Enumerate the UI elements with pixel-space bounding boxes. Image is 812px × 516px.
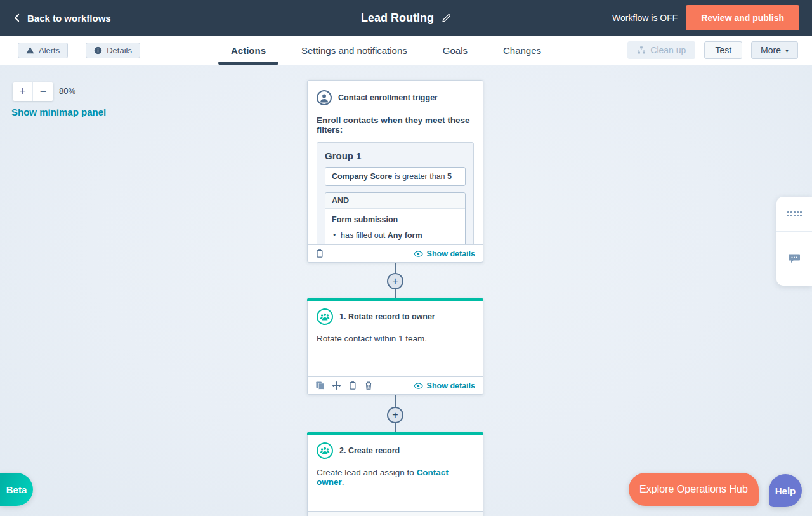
and-filter-body: Form submission has filled out Any form … [325,209,465,244]
action-card-rotate-record[interactable]: 1. Rotate record to owner Rotate contact… [307,298,483,395]
action-show-details-link[interactable]: Show details [414,381,475,390]
zoom-out-button[interactable]: − [33,82,53,101]
toolbar-left: Alerts Details [18,36,140,65]
and-label: AND [325,193,465,209]
help-button[interactable]: Help [769,474,802,507]
description-prefix: Create lead and assign to [317,468,414,477]
header-right: Workflow is OFF Review and publish [612,0,799,36]
action-card-content: 1. Rotate record to owner Rotate contact… [308,301,483,343]
action-title: 1. Rotate record to owner [339,312,435,321]
filter-page-value: Any page [398,242,433,244]
zoom-in-button[interactable]: + [13,82,33,101]
more-label: More [761,45,781,55]
tab-actions[interactable]: Actions [218,36,278,65]
trigger-footer-icons [315,249,324,258]
review-and-publish-button[interactable]: Review and publish [686,5,799,30]
top-header: Back to workflows Lead Routing Workflow … [0,0,812,36]
eye-icon [414,382,423,390]
trigger-card-content: Contact enrollment trigger Enroll contac… [308,81,483,244]
test-button[interactable]: Test [704,41,742,59]
show-minimap-link[interactable]: Show minimap panel [11,107,106,117]
clean-up-label: Clean up [650,45,686,55]
filter-group-label: Group 1 [325,150,466,161]
details-label: Details [107,46,132,55]
add-action-button[interactable]: + [387,273,403,289]
comments-button[interactable] [776,232,812,285]
tab-bar: Actions Settings and notifications Goals… [218,36,554,65]
zoom-level: 80% [59,86,75,96]
action-description: Create lead and assign to Contact owner. [317,468,474,487]
trigger-title: Contact enrollment trigger [338,93,438,102]
action-card-header: 1. Rotate record to owner [317,308,474,325]
workflow-editor: Back to workflows Lead Routing Workflow … [0,0,812,516]
filter-on: on [387,242,396,244]
edit-pencil-icon[interactable] [442,13,451,23]
beta-badge[interactable]: Beta [0,473,33,506]
and-filter-block[interactable]: AND Form submission has filled out Any f… [325,192,466,244]
filter-condition: has filled out Any form submission on An… [341,230,459,244]
tab-settings-and-notifications[interactable]: Settings and notifications [289,36,420,65]
filter-prefix: has filled out [341,231,385,240]
trigger-subtitle: Enroll contacts when they meet these fil… [317,116,474,135]
delete-icon[interactable] [364,381,373,390]
action-title: 2. Create record [339,446,400,455]
filter-row[interactable]: Company Score is greater than 5 [325,167,466,186]
action-card-footer: Show details [308,376,483,394]
workflow-title: Lead Routing [361,11,434,25]
action-card-create-record[interactable]: 2. Create record Create lead and assign … [307,432,483,516]
clean-up-button[interactable]: Clean up [627,41,695,59]
action-card-header: 2. Create record [317,442,474,459]
team-icon [317,442,333,459]
move-icon[interactable] [332,381,341,390]
show-details-label: Show details [427,249,475,258]
eye-icon [414,250,423,258]
data-panel-button[interactable] [776,197,812,232]
add-action-button[interactable]: + [387,407,403,423]
alerts-label: Alerts [39,46,60,55]
trigger-show-details-link[interactable]: Show details [414,249,475,258]
filter-operator: is greater than [395,172,445,181]
workflow-status: Workflow is OFF [612,13,678,23]
grid-dots-icon [787,211,802,216]
action-card-content: 2. Create record Create lead and assign … [308,435,483,487]
warning-icon [26,46,34,54]
team-icon [317,308,333,325]
chevron-down-icon: ▾ [785,47,789,54]
clone-icon[interactable] [315,381,325,390]
tab-goals[interactable]: Goals [430,36,480,65]
trigger-card-footer: Show details [308,244,483,262]
tab-changes[interactable]: Changes [490,36,554,65]
back-to-workflows-link[interactable]: Back to workflows [13,13,111,23]
trigger-card-header: Contact enrollment trigger [317,90,474,105]
explore-operations-hub-button[interactable]: Explore Operations Hub [629,473,759,506]
filter-type-label: Form submission [332,215,459,224]
workflow-title-wrap: Lead Routing [361,0,451,36]
workflow-canvas[interactable]: + − 80% Show minimap panel + + Contact e… [0,65,812,516]
filter-group: Group 1 Company Score is greater than 5 … [317,142,474,244]
back-label: Back to workflows [27,13,111,23]
comment-icon [788,253,801,265]
filter-property: Company Score [332,172,392,181]
show-details-label: Show details [427,381,475,390]
enrollment-trigger-card[interactable]: Contact enrollment trigger Enroll contac… [307,80,483,263]
more-button[interactable]: More ▾ [751,41,798,59]
sitemap-icon [637,46,646,55]
description-suffix: . [342,477,344,487]
zoom-controls: + − [13,82,53,101]
toolbar-right: Clean up Test More ▾ [627,36,798,65]
canvas-side-panel [776,197,812,286]
filter-value: 5 [447,172,452,181]
action-footer-icons [315,381,373,390]
copy-icon[interactable] [348,381,357,390]
copy-icon[interactable] [315,249,324,258]
action-card-footer-clipped [308,511,483,516]
chevron-left-icon [13,13,22,23]
action-description: Rotate contact within 1 team. [317,334,474,343]
details-button[interactable]: Details [86,43,140,58]
contact-person-icon [317,90,332,105]
alerts-button[interactable]: Alerts [18,43,68,58]
info-icon [94,46,102,55]
toolbar: Alerts Details Actions Settings and noti… [0,36,812,65]
